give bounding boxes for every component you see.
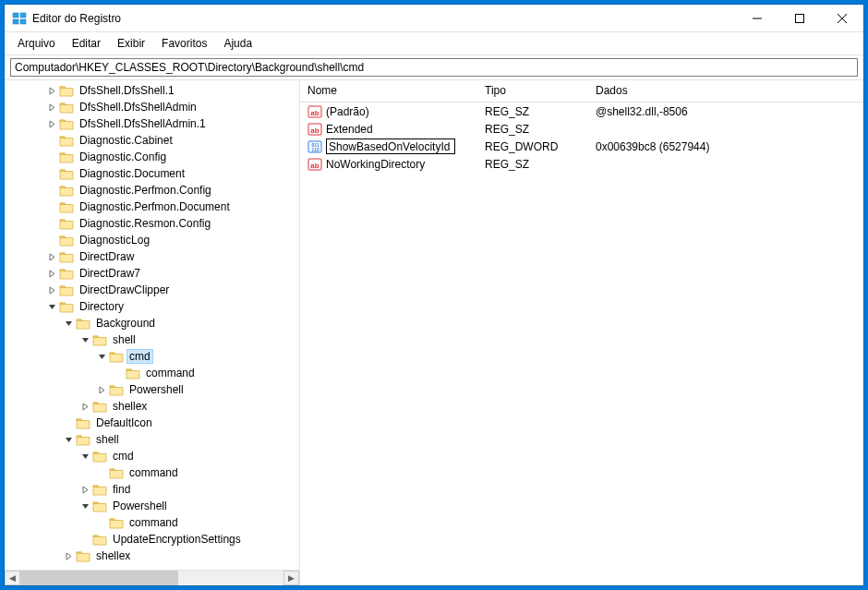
- collapse-icon[interactable]: [78, 450, 91, 463]
- tree-node[interactable]: Diagnostic.Perfmon.Config: [6, 182, 299, 199]
- collapse-icon[interactable]: [62, 433, 75, 446]
- values-list-header[interactable]: Nome Tipo Dados: [300, 80, 863, 102]
- expand-icon[interactable]: [78, 400, 91, 413]
- tree-node[interactable]: DiagnosticLog: [6, 232, 299, 248]
- window-title: Editor do Registro: [32, 12, 736, 25]
- string-value-icon: ab: [307, 157, 322, 172]
- menu-exibir[interactable]: Exibir: [110, 34, 152, 53]
- tree-node[interactable]: shell: [6, 431, 299, 448]
- value-type-cell: REG_SZ: [477, 122, 588, 137]
- folder-icon: [109, 466, 124, 479]
- expand-icon[interactable]: [45, 283, 58, 296]
- minimize-button[interactable]: [736, 5, 778, 32]
- tree-node[interactable]: DirectDrawClipper: [6, 282, 299, 298]
- rename-value-input[interactable]: [326, 138, 455, 154]
- tree-node[interactable]: shellex: [6, 398, 299, 415]
- column-header-type[interactable]: Tipo: [477, 80, 588, 102]
- value-name-cell: abExtended: [300, 121, 477, 138]
- value-row[interactable]: abNoWorkingDirectoryREG_SZ: [300, 155, 863, 173]
- expand-icon[interactable]: [45, 84, 58, 97]
- titlebar: Editor do Registro: [5, 5, 863, 32]
- tree-node[interactable]: Diagnostic.Cabinet: [6, 132, 299, 149]
- menu-favoritos[interactable]: Favoritos: [154, 34, 214, 53]
- svg-rect-0: [13, 13, 18, 18]
- tree-node[interactable]: Diagnostic.Document: [6, 165, 299, 182]
- tree-node-label: UpdateEncryptionSettings: [111, 533, 243, 546]
- tree-node[interactable]: Directory: [6, 298, 299, 315]
- folder-icon: [59, 184, 74, 197]
- tree-pane[interactable]: DfsShell.DfsShell.1DfsShell.DfsShellAdmi…: [5, 80, 300, 585]
- tree-node[interactable]: shell: [6, 331, 299, 348]
- folder-icon: [92, 333, 107, 346]
- svg-text:ab: ab: [310, 162, 319, 170]
- registry-tree[interactable]: DfsShell.DfsShell.1DfsShell.DfsShellAdmi…: [5, 80, 299, 566]
- tree-node[interactable]: DfsShell.DfsShell.1: [6, 82, 299, 99]
- tree-node[interactable]: Diagnostic.Config: [6, 149, 299, 165]
- close-button[interactable]: [821, 5, 863, 32]
- svg-rect-3: [20, 19, 26, 24]
- values-list-pane[interactable]: Nome Tipo Dados ab(Padrão)REG_SZ@shell32…: [300, 80, 863, 585]
- tree-node[interactable]: cmd: [6, 348, 299, 365]
- folder-icon: [59, 283, 74, 296]
- tree-node-label: Diagnostic.Document: [78, 167, 187, 180]
- expand-icon[interactable]: [62, 549, 75, 562]
- tree-node[interactable]: cmd: [6, 448, 299, 464]
- tree-node[interactable]: Powershell: [6, 498, 299, 514]
- tree-node[interactable]: DirectDraw7: [6, 265, 299, 282]
- tree-node-label: Diagnostic.Resmon.Config: [78, 217, 212, 230]
- expand-icon[interactable]: [95, 383, 108, 396]
- collapse-icon[interactable]: [45, 300, 58, 313]
- tree-node[interactable]: Powershell: [6, 381, 299, 398]
- tree-node[interactable]: shellex: [6, 548, 299, 564]
- tree-node-label: DirectDraw: [78, 250, 136, 263]
- tree-node[interactable]: DfsShell.DfsShellAdmin.1: [6, 115, 299, 132]
- maximize-button[interactable]: [778, 5, 821, 32]
- tree-node[interactable]: find: [6, 481, 299, 498]
- column-header-name[interactable]: Nome: [300, 80, 477, 102]
- tree-horizontal-scrollbar[interactable]: ◀ ▶: [5, 570, 299, 585]
- value-row[interactable]: 011110REG_DWORD0x00639bc8 (6527944): [300, 138, 863, 155]
- tree-node[interactable]: UpdateEncryptionSettings: [6, 531, 299, 548]
- expand-icon[interactable]: [45, 117, 58, 130]
- tree-node[interactable]: DirectDraw: [6, 248, 299, 265]
- tree-node-label: DirectDrawClipper: [78, 283, 171, 296]
- collapse-icon[interactable]: [78, 500, 91, 512]
- column-header-data[interactable]: Dados: [588, 80, 863, 102]
- folder-icon: [59, 84, 74, 97]
- value-name-text: (Padrão): [326, 105, 369, 118]
- tree-node[interactable]: command: [6, 464, 299, 481]
- tree-node[interactable]: Background: [6, 315, 299, 331]
- scroll-right-arrow-icon[interactable]: ▶: [283, 571, 299, 585]
- tree-node[interactable]: command: [6, 365, 299, 381]
- value-row[interactable]: ab(Padrão)REG_SZ@shell32.dll,-8506: [300, 102, 863, 120]
- address-input[interactable]: [10, 58, 858, 77]
- value-name-text: Extended: [326, 123, 373, 136]
- collapse-icon[interactable]: [78, 333, 91, 346]
- expand-icon[interactable]: [78, 483, 91, 496]
- menu-editar[interactable]: Editar: [65, 34, 108, 53]
- tree-node-label: Diagnostic.Perfmon.Document: [78, 200, 232, 213]
- collapse-icon[interactable]: [62, 317, 75, 330]
- tree-node-label: DfsShell.DfsShellAdmin: [78, 101, 199, 114]
- tree-node[interactable]: DfsShell.DfsShellAdmin: [6, 99, 299, 115]
- folder-icon: [92, 500, 107, 512]
- value-row[interactable]: abExtendedREG_SZ: [300, 120, 863, 138]
- tree-node[interactable]: command: [6, 514, 299, 531]
- collapse-icon[interactable]: [95, 350, 108, 363]
- expand-icon[interactable]: [45, 267, 58, 280]
- regedit-app-icon: [12, 11, 27, 26]
- menu-ajuda[interactable]: Ajuda: [216, 34, 259, 53]
- folder-icon: [92, 483, 107, 496]
- expand-icon[interactable]: [45, 101, 58, 114]
- tree-node[interactable]: Diagnostic.Resmon.Config: [6, 215, 299, 232]
- value-name-cell: ab(Padrão): [300, 103, 477, 120]
- menu-arquivo[interactable]: Arquivo: [10, 34, 63, 53]
- expand-icon[interactable]: [45, 250, 58, 263]
- folder-icon: [126, 367, 140, 379]
- value-name-cell: 011110: [300, 138, 477, 155]
- tree-node-label: DfsShell.DfsShellAdmin.1: [78, 117, 208, 130]
- scroll-left-arrow-icon[interactable]: ◀: [5, 571, 20, 585]
- tree-node[interactable]: Diagnostic.Perfmon.Document: [6, 199, 299, 215]
- tree-node-label: DirectDraw7: [78, 267, 142, 280]
- tree-node[interactable]: DefaultIcon: [6, 415, 299, 431]
